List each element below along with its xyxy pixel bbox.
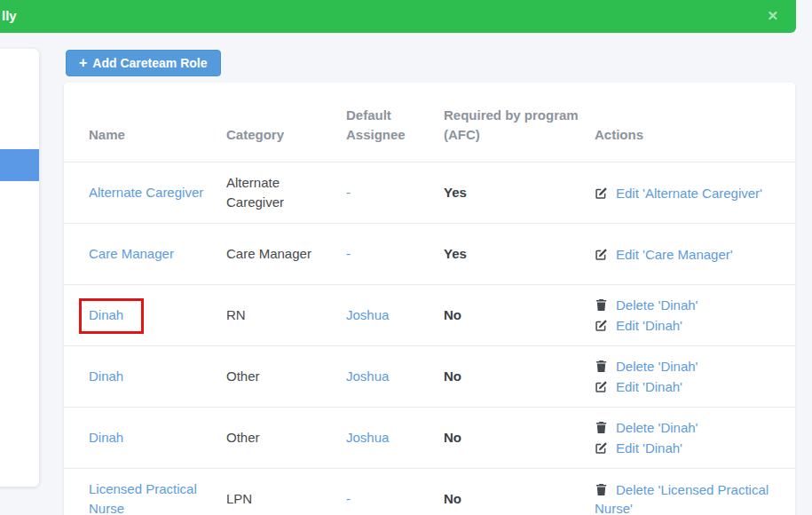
name-highlight-box: Dinah bbox=[89, 430, 123, 445]
edit-action-link[interactable]: Edit 'Dinah' bbox=[595, 316, 781, 335]
column-header-required-by-program: Required by program (AFC) bbox=[444, 83, 595, 162]
edit-icon bbox=[595, 248, 608, 261]
trash-icon bbox=[595, 483, 608, 496]
actions-cell: Delete 'Licensed Practical Nurse' bbox=[595, 469, 795, 515]
action-label: Delete 'Licensed Practical Nurse' bbox=[595, 482, 769, 515]
trash-icon bbox=[595, 360, 608, 373]
table-row: Alternate Caregiver Alternate Caregiver … bbox=[64, 162, 795, 224]
assignee-cell: - bbox=[346, 224, 444, 285]
name-highlight-box: Licensed Practical Nurse bbox=[89, 481, 197, 515]
actions-cell: Edit 'Alternate Caregiver' bbox=[595, 162, 795, 224]
assignee-cell: - bbox=[346, 469, 444, 515]
action-label: Delete 'Dinah' bbox=[616, 359, 698, 374]
action-label: Edit 'Alternate Caregiver' bbox=[616, 186, 762, 201]
delete-action-link[interactable]: Delete 'Dinah' bbox=[595, 418, 781, 437]
name-highlight-box: Dinah bbox=[79, 298, 144, 334]
assignee-cell: Joshua bbox=[346, 285, 444, 346]
name-highlight-box: Dinah bbox=[89, 368, 123, 384]
edit-action-link[interactable]: Edit 'Dinah' bbox=[595, 439, 781, 457]
category-cell: Alternate Caregiver bbox=[226, 162, 346, 224]
category-cell: LPN bbox=[226, 469, 346, 515]
sidebar bbox=[0, 49, 39, 487]
table-row: Dinah Other Joshua No Delete 'Dinah'Edit… bbox=[64, 408, 795, 469]
category-cell: RN bbox=[226, 285, 346, 346]
edit-icon bbox=[595, 319, 608, 332]
name-cell: Dinah bbox=[64, 285, 226, 346]
edit-action-link[interactable]: Edit 'Dinah' bbox=[595, 377, 781, 396]
edit-icon bbox=[595, 186, 608, 200]
column-header-actions: Actions bbox=[595, 83, 795, 162]
edit-icon bbox=[595, 380, 608, 393]
name-cell: Dinah bbox=[64, 346, 226, 408]
table-row: Licensed Practical Nurse LPN - No Delete… bbox=[64, 469, 795, 515]
role-name-link[interactable]: Dinah bbox=[89, 368, 123, 384]
careteam-roles-table: Name Category Default Assignee Required … bbox=[64, 83, 795, 515]
table-body: Alternate Caregiver Alternate Caregiver … bbox=[64, 162, 795, 515]
assignee-cell: Joshua bbox=[346, 408, 444, 469]
table-row: Care Manager Care Manager - Yes Edit 'Ca… bbox=[64, 224, 795, 285]
assignee-link[interactable]: - bbox=[346, 491, 351, 506]
required-cell: No bbox=[444, 285, 595, 346]
close-icon[interactable]: ✕ bbox=[767, 8, 778, 24]
edit-icon bbox=[595, 441, 608, 455]
column-header-category: Category bbox=[226, 83, 346, 162]
trash-icon bbox=[595, 421, 608, 434]
name-highlight-box: Care Manager bbox=[89, 246, 174, 261]
name-cell: Alternate Caregiver bbox=[64, 162, 226, 224]
actions-cell: Delete 'Dinah'Edit 'Dinah' bbox=[595, 346, 795, 408]
assignee-link[interactable]: Joshua bbox=[346, 307, 389, 322]
assignee-link[interactable]: - bbox=[346, 185, 351, 200]
action-label: Edit 'Dinah' bbox=[616, 318, 682, 333]
column-header-default-assignee: Default Assignee bbox=[346, 83, 444, 162]
role-name-link[interactable]: Alternate Caregiver bbox=[89, 185, 203, 200]
action-label: Edit 'Dinah' bbox=[616, 379, 682, 394]
add-button-label: Add Careteam Role bbox=[92, 56, 207, 70]
role-name-link[interactable]: Dinah bbox=[89, 307, 123, 322]
actions-cell: Edit 'Care Manager' bbox=[595, 224, 795, 285]
role-name-link[interactable]: Licensed Practical Nurse bbox=[89, 481, 197, 515]
role-name-link[interactable]: Care Manager bbox=[89, 246, 174, 261]
name-cell: Dinah bbox=[64, 408, 226, 469]
assignee-link[interactable]: Joshua bbox=[346, 430, 389, 445]
role-name-link[interactable]: Dinah bbox=[89, 430, 123, 445]
required-cell: No bbox=[444, 346, 595, 408]
action-label: Edit 'Care Manager' bbox=[616, 247, 733, 262]
assignee-link[interactable]: Joshua bbox=[346, 368, 389, 384]
action-label: Delete 'Dinah' bbox=[616, 297, 698, 313]
table-row: Dinah Other Joshua No Delete 'Dinah'Edit… bbox=[64, 346, 795, 408]
delete-action-link[interactable]: Delete 'Dinah' bbox=[595, 357, 781, 376]
notification-bar: lly ✕ bbox=[0, 0, 796, 33]
delete-action-link[interactable]: Delete 'Dinah' bbox=[595, 296, 781, 314]
name-cell: Care Manager bbox=[64, 224, 226, 285]
actions-cell: Delete 'Dinah'Edit 'Dinah' bbox=[595, 285, 795, 346]
name-highlight-box: Alternate Caregiver bbox=[89, 185, 203, 200]
trash-icon bbox=[595, 298, 608, 312]
table-row: Dinah RN Joshua No Delete 'Dinah'Edit 'D… bbox=[64, 285, 795, 346]
table-header-row: Name Category Default Assignee Required … bbox=[64, 83, 795, 162]
assignee-cell: Joshua bbox=[346, 346, 444, 408]
category-cell: Other bbox=[226, 408, 346, 469]
required-cell: No bbox=[444, 408, 595, 469]
add-careteam-role-button[interactable]: + Add Careteam Role bbox=[66, 50, 221, 76]
category-cell: Other bbox=[226, 346, 346, 408]
required-cell: Yes bbox=[444, 162, 595, 224]
notification-text: lly bbox=[2, 7, 17, 25]
plus-icon: + bbox=[79, 56, 87, 70]
column-header-name: Name bbox=[64, 83, 226, 162]
actions-cell: Delete 'Dinah'Edit 'Dinah' bbox=[595, 408, 795, 469]
delete-action-link[interactable]: Delete 'Licensed Practical Nurse' bbox=[595, 480, 781, 515]
required-cell: Yes bbox=[444, 224, 595, 285]
assignee-link[interactable]: - bbox=[346, 246, 351, 261]
required-cell: No bbox=[444, 469, 595, 515]
action-label: Delete 'Dinah' bbox=[616, 420, 698, 435]
edit-action-link[interactable]: Edit 'Care Manager' bbox=[595, 245, 781, 264]
sidebar-selected-item[interactable] bbox=[0, 149, 39, 181]
assignee-cell: - bbox=[346, 162, 444, 224]
edit-action-link[interactable]: Edit 'Alternate Caregiver' bbox=[595, 184, 781, 202]
careteam-roles-card: Name Category Default Assignee Required … bbox=[64, 83, 795, 515]
action-label: Edit 'Dinah' bbox=[616, 440, 682, 456]
category-cell: Care Manager bbox=[226, 224, 346, 285]
name-cell: Licensed Practical Nurse bbox=[64, 469, 226, 515]
